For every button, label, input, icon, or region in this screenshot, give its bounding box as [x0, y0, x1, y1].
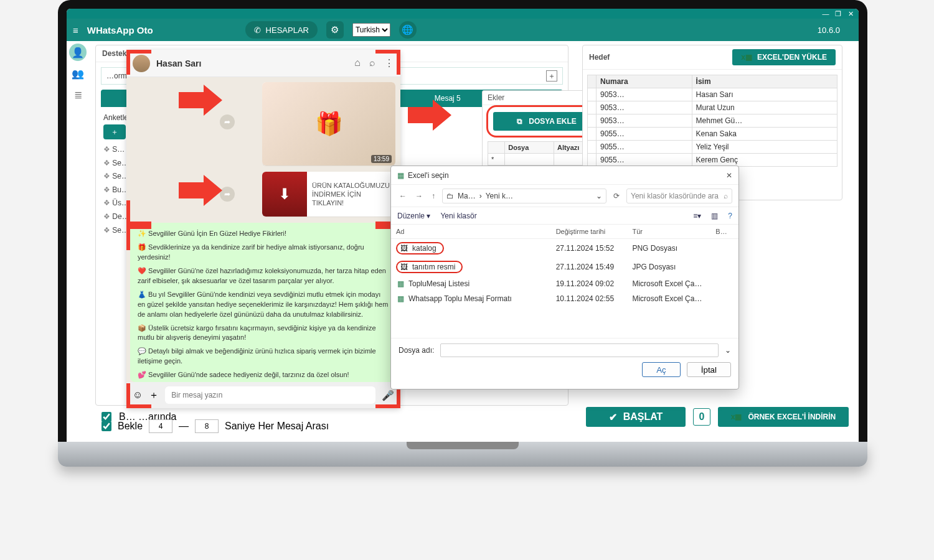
annotation-arrow-icon: [408, 100, 451, 131]
banner-add-icon[interactable]: ＋: [546, 70, 557, 82]
table-row[interactable]: 9055…Kenan Saka: [588, 128, 837, 141]
load-excel-label: EXCEL'DEN YÜKLE: [757, 53, 827, 62]
add-file-label: DOSYA EKLE: [529, 117, 576, 126]
file-row[interactable]: 🖼tanıtım resmi27.11.2024 15:49JPG Dosyas…: [391, 258, 738, 276]
web-button[interactable]: 🌐: [399, 21, 417, 39]
laptop-keyboard: [58, 442, 867, 467]
laptop-mockup: — ❐ ✕ ≡ WHatsApp Oto ✆ HESAPLAR ⚙ Turkis…: [58, 0, 867, 467]
store-icon[interactable]: ⌂: [354, 57, 361, 69]
table-row[interactable]: 9053…Mehmet Gü…: [588, 114, 837, 128]
annotation-arrow-icon: [179, 85, 222, 116]
search-placeholder: Yeni klasör klasöründe ara: [631, 192, 724, 200]
accounts-label: HESAPLAR: [266, 26, 309, 35]
image-attachment-preview[interactable]: 🎁 13:59: [262, 82, 395, 166]
wait-label: Bekle: [118, 421, 143, 432]
col-name: Ad: [391, 225, 551, 239]
minimize-button[interactable]: —: [821, 9, 830, 18]
table-row[interactable]: 9055…Yeliz Yeşil: [588, 141, 837, 154]
open-icon: ⧉: [517, 117, 522, 126]
col-size: B…: [710, 225, 738, 239]
sample-label: ÖRNEK EXCEL'İ İNDİRİN: [748, 413, 836, 421]
file-row[interactable]: 🖼katalog27.11.2024 15:52PNG Dosyası: [391, 239, 738, 258]
file-row[interactable]: ▦TopluMesaj Listesi19.11.2024 09:02Micro…: [391, 276, 738, 291]
avatar: [133, 55, 150, 72]
annotation-arrow-icon: [179, 175, 222, 206]
attach-icon[interactable]: ＋: [149, 389, 159, 402]
forward-icon[interactable]: ➦: [220, 114, 235, 129]
file-row[interactable]: ▦Whatsapp Toplu Mesaj Formatı10.11.2024 …: [391, 291, 738, 306]
col-date: Değiştirme tarihi: [551, 225, 628, 239]
table-row[interactable]: 9053…Murat Uzun: [588, 101, 837, 114]
col-number: Numara: [597, 75, 692, 88]
refresh-icon[interactable]: ⟳: [611, 190, 621, 202]
start-label: BAŞLAT: [623, 411, 663, 422]
version-label: 10.6.0: [818, 26, 840, 35]
dialog-search[interactable]: Yeni klasör klasöründe ara ⌕: [626, 189, 732, 203]
maximize-button[interactable]: ❐: [834, 9, 842, 18]
search-icon[interactable]: ⌕: [369, 57, 375, 69]
sent-counter: 0: [693, 408, 710, 426]
search-icon: ⌕: [724, 192, 728, 200]
emoji-icon[interactable]: ☺: [133, 390, 143, 401]
close-button[interactable]: ✕: [846, 9, 855, 18]
preview-pane-icon[interactable]: ▥: [711, 212, 718, 220]
more-icon[interactable]: ⋮: [384, 57, 394, 69]
wait-checkbox[interactable]: [101, 421, 111, 431]
pdf-attachment-preview[interactable]: ⬇ ÜRÜN KATALOĞUMUZU İNDİRMEK İÇİN TIKLAY…: [262, 172, 395, 217]
nav-up-icon[interactable]: ↑: [430, 190, 437, 202]
gear-icon: ⚙: [331, 24, 339, 35]
filename-input[interactable]: [440, 343, 719, 357]
svg-marker-0: [179, 85, 222, 116]
chevron-down-icon[interactable]: ⌄: [596, 192, 602, 200]
nav-forward-icon[interactable]: →: [413, 190, 425, 202]
pdf-icon: ⬇: [262, 172, 307, 217]
globe-icon: 🌐: [402, 24, 413, 35]
add-poll-button[interactable]: ＋: [103, 124, 126, 139]
table-row[interactable]: 9055…Kerem Genç: [588, 154, 837, 167]
folder-icon: 🗀: [446, 192, 454, 200]
sidebar-item-user[interactable]: 👤: [69, 44, 87, 61]
settings-button[interactable]: ⚙: [326, 21, 344, 39]
dialog-close-icon[interactable]: ✕: [726, 171, 732, 180]
contact-name: Hasan Sarı: [156, 58, 201, 68]
col-type: Tür: [627, 225, 710, 239]
chevron-down-icon[interactable]: ⌄: [725, 346, 731, 355]
language-select[interactable]: Turkish: [352, 23, 390, 37]
accounts-button[interactable]: ✆ HESAPLAR: [245, 21, 318, 39]
open-button[interactable]: Aç: [642, 362, 681, 377]
chat-header: Hasan Sarı ⌂ ⌕ ⋮: [126, 50, 400, 77]
chat-input[interactable]: [165, 386, 375, 404]
chat-input-bar: ☺ ＋ 🎤: [126, 382, 400, 408]
message-bubble: ✨ Sevgililer Günü İçin En Güzel Hediye F…: [130, 223, 397, 382]
file-open-dialog: ▦ Excel'i seçin ✕ ← → ↑ 🗀 Ma…› Yeni k… ⌄…: [390, 166, 739, 390]
start-button[interactable]: ✔ BAŞLAT: [586, 407, 686, 427]
wait-max-input[interactable]: [195, 419, 219, 433]
breadcrumb[interactable]: 🗀 Ma…› Yeni k… ⌄: [442, 189, 606, 203]
new-folder-button[interactable]: Yeni klasör: [440, 212, 476, 220]
view-mode-icon[interactable]: ≡▾: [693, 212, 701, 220]
app-header: ≡ WHatsApp Oto ✆ HESAPLAR ⚙ Turkish 🌐 10…: [67, 19, 859, 41]
svg-marker-1: [179, 175, 222, 206]
col-file: Dosya: [505, 142, 554, 154]
download-sample-button[interactable]: x▦ ÖRNEK EXCEL'İ İNDİRİN: [718, 407, 849, 427]
mic-icon[interactable]: 🎤: [382, 390, 394, 401]
help-icon[interactable]: ?: [728, 212, 732, 220]
load-excel-button[interactable]: x▦ EXCEL'DEN YÜKLE: [732, 49, 836, 65]
sidebar-item-list[interactable]: ≣: [69, 86, 87, 103]
cancel-button[interactable]: İptal: [687, 362, 731, 377]
sidebar: 👤 👥 ≣: [67, 41, 89, 103]
wait-unit-label: Saniye Her Mesaj Arası: [225, 421, 329, 432]
app-title: WHatsApp Oto: [87, 25, 153, 35]
svg-marker-2: [408, 100, 451, 131]
organize-menu[interactable]: Düzenle ▾: [397, 212, 430, 220]
table-row[interactable]: 9053…Hasan Sarı: [588, 88, 837, 101]
target-header: Hedef: [589, 53, 610, 62]
nav-back-icon[interactable]: ←: [397, 190, 408, 202]
window-controls: — ❐ ✕: [67, 9, 859, 19]
hamburger-icon[interactable]: ≡: [73, 25, 78, 35]
wait-min-input[interactable]: [149, 419, 172, 433]
filename-label: Dosya adı:: [399, 346, 434, 355]
dialog-title: Excel'i seçin: [408, 171, 449, 180]
sidebar-item-group[interactable]: 👥: [69, 65, 87, 82]
excel-icon: x▦: [731, 413, 742, 421]
